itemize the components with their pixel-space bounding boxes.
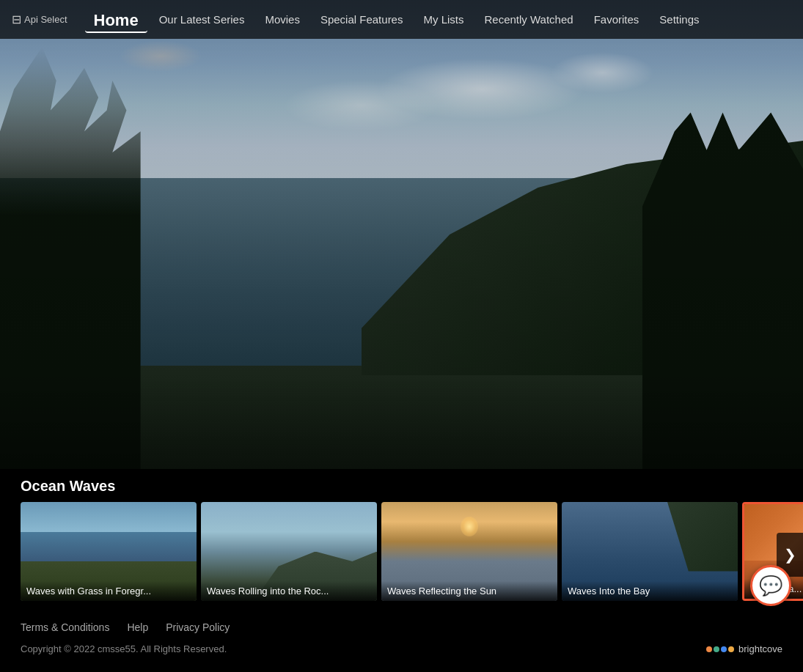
nav-link-latest-series[interactable]: Our Latest Series [150,9,254,30]
hero-banner [0,0,803,469]
nav-link-recently-watched[interactable]: Recently Watched [475,9,582,30]
thumbnail-label-4: Waves Into the Bay [562,581,738,601]
thumbnail-label-1: Waves with Grass in Foregr... [21,581,197,601]
hero-background [0,0,803,469]
navigation: ⊟ Api Select HomeOur Latest SeriesMovies… [0,0,803,39]
brightcove-logo: brightcove [706,643,782,654]
brightcove-dot-3 [721,646,727,652]
hero-overlay [0,0,803,469]
footer-link-privacy[interactable]: Privacy Policy [166,621,230,633]
footer-link-help[interactable]: Help [127,621,148,633]
logo[interactable]: ⊟ Api Select [12,12,67,26]
nav-link-home[interactable]: Home [85,7,147,33]
thumbnails-section: Waves with Grass in Foregr...Waves Rolli… [0,502,803,607]
thumbnail-bg-3: Waves Reflecting the Sun [381,502,557,601]
thumbnail-label-3: Waves Reflecting the Sun [381,581,557,601]
thumbnail-bg-2: Waves Rolling into the Roc... [201,502,377,601]
section-title: Ocean Waves [0,469,803,502]
chat-button[interactable]: 💬 [750,565,791,606]
thumbnail-card-3[interactable]: Waves Reflecting the Sun [381,502,557,601]
nav-link-favorites[interactable]: Favorites [585,9,648,30]
footer-copyright: Copyright © 2022 cmsse55. All Rights Res… [21,643,227,654]
thumbnail-bg-1: Waves with Grass in Foregr... [21,502,197,601]
footer-bottom: Copyright © 2022 cmsse55. All Rights Res… [21,643,782,654]
brightcove-dot-1 [706,646,712,652]
nav-links: HomeOur Latest SeriesMoviesSpecial Featu… [85,7,708,33]
footer-links: Terms & ConditionsHelpPrivacy Policy [21,621,782,633]
footer-link-terms[interactable]: Terms & Conditions [21,621,109,633]
logo-text: Api Select [24,14,67,25]
nav-link-special-features[interactable]: Special Features [312,9,412,30]
thumbnail-bg-4: Waves Into the Bay [562,502,738,601]
thumbnail-label-2: Waves Rolling into the Roc... [201,581,377,601]
brightcove-dots [706,646,734,652]
brightcove-label: brightcove [738,643,782,654]
thumbnails-row: Waves with Grass in Foregr...Waves Rolli… [0,502,803,601]
chat-icon: 💬 [759,575,782,597]
brightcove-dot-2 [714,646,719,652]
nav-link-settings[interactable]: Settings [650,9,708,30]
thumbnail-card-2[interactable]: Waves Rolling into the Roc... [201,502,377,601]
nav-link-movies[interactable]: Movies [256,9,309,30]
nav-link-my-lists[interactable]: My Lists [414,9,472,30]
thumbnail-card-4[interactable]: Waves Into the Bay [562,502,738,601]
logo-icon: ⊟ [12,12,21,26]
footer: Terms & ConditionsHelpPrivacy Policy Cop… [0,607,803,662]
thumbnail-card-1[interactable]: Waves with Grass in Foregr... [21,502,197,601]
brightcove-dot-4 [728,646,734,652]
